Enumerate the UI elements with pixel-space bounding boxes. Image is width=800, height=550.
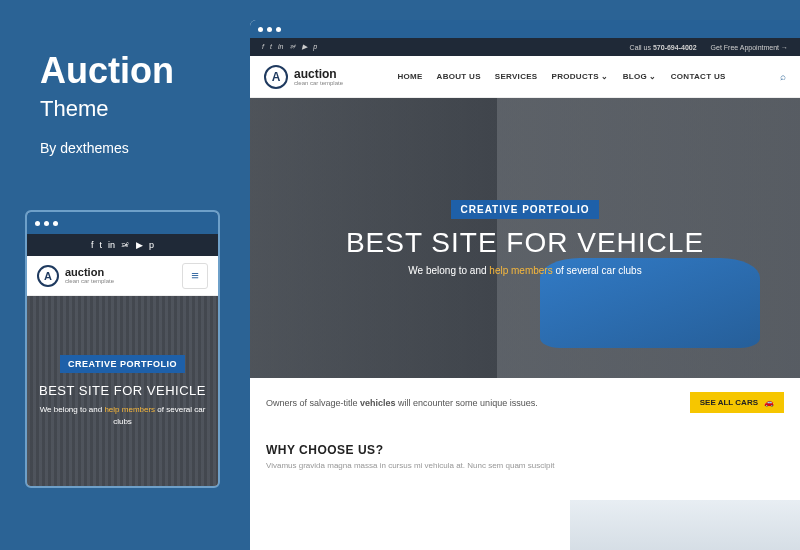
car-icon: 🚗 xyxy=(764,398,774,407)
logo-mark-icon: A xyxy=(264,65,288,89)
hero-badge: CREATIVE PORTFOLIO xyxy=(60,355,185,373)
hero-title: BEST SITE FOR VEHICLE xyxy=(346,227,704,259)
promo-text-block: Auction Theme By dexthemes xyxy=(40,50,174,156)
cta-strip: Owners of salvage-title vehicles will en… xyxy=(250,378,800,427)
brand-tagline: clean car template xyxy=(294,80,343,86)
rss-icon[interactable]: ೫ xyxy=(289,43,296,51)
why-heading: WHY CHOOSE US? xyxy=(266,443,784,457)
linkedin-icon[interactable]: in xyxy=(108,240,115,250)
facebook-icon[interactable]: f xyxy=(91,240,94,250)
search-button[interactable]: ⌕ xyxy=(780,71,786,82)
twitter-icon[interactable]: t xyxy=(270,43,272,51)
pinterest-icon[interactable]: p xyxy=(149,240,154,250)
desktop-preview: f t in ೫ ▶ p Call us 570-694-4002 Get Fr… xyxy=(250,20,800,550)
why-sub: Vivamus gravida magna massa in cursus mi… xyxy=(266,461,784,470)
facebook-icon[interactable]: f xyxy=(262,43,264,51)
mobile-window-chrome xyxy=(27,212,218,234)
burger-icon: ≡ xyxy=(191,268,199,283)
mobile-hero: CREATIVE PORTFOLIO BEST SITE FOR VEHICLE… xyxy=(27,296,218,486)
twitter-icon[interactable]: t xyxy=(99,240,102,250)
nav-services[interactable]: SERVICES xyxy=(495,72,538,81)
hero-title: BEST SITE FOR VEHICLE xyxy=(39,383,206,398)
pinterest-icon[interactable]: p xyxy=(313,43,317,51)
hero-highlight[interactable]: help members xyxy=(489,265,552,276)
promo-subtitle: Theme xyxy=(40,96,174,122)
desktop-logo[interactable]: A auction clean car template xyxy=(264,65,343,89)
brand-name: auction xyxy=(65,266,104,278)
desktop-hero: CREATIVE PORTFOLIO BEST SITE FOR VEHICLE… xyxy=(250,98,800,378)
logo-mark-icon: A xyxy=(37,265,59,287)
phone-number[interactable]: 570-694-4002 xyxy=(653,44,697,51)
mobile-preview: f t in ೫ ▶ p A auction clean car templat… xyxy=(25,210,220,488)
see-all-cars-button[interactable]: SEE ALL CARS 🚗 xyxy=(690,392,784,413)
linkedin-icon[interactable]: in xyxy=(278,43,283,51)
desktop-topbar: f t in ೫ ▶ p Call us 570-694-4002 Get Fr… xyxy=(250,38,800,56)
cta-label: SEE ALL CARS xyxy=(700,398,758,407)
main-menu: HOME ABOUT US SERVICES PRODUCTS BLOG CON… xyxy=(397,72,725,81)
mobile-nav: A auction clean car template ≡ xyxy=(27,256,218,296)
promo-byline: By dexthemes xyxy=(40,140,174,156)
appointment-link[interactable]: Get Free Appointment → xyxy=(711,44,788,51)
menu-toggle-button[interactable]: ≡ xyxy=(182,263,208,289)
nav-contact[interactable]: CONTACT US xyxy=(671,72,726,81)
mobile-social-bar: f t in ೫ ▶ p xyxy=(27,234,218,256)
hero-subtitle: We belong to and help members of several… xyxy=(408,265,641,276)
why-choose-section: WHY CHOOSE US? Vivamus gravida magna mas… xyxy=(250,427,800,486)
youtube-icon[interactable]: ▶ xyxy=(302,43,307,51)
nav-products[interactable]: PRODUCTS xyxy=(552,72,609,81)
nav-home[interactable]: HOME xyxy=(397,72,422,81)
promo-title: Auction xyxy=(40,50,174,92)
callus-text: Call us 570-694-4002 xyxy=(630,44,697,51)
brand-name: auction xyxy=(294,67,337,81)
rss-icon[interactable]: ೫ xyxy=(121,240,130,250)
section-image xyxy=(570,500,800,550)
youtube-icon[interactable]: ▶ xyxy=(136,240,143,250)
hero-highlight[interactable]: help members xyxy=(104,405,155,414)
strip-text: Owners of salvage-title vehicles will en… xyxy=(266,398,538,408)
brand-tagline: clean car template xyxy=(65,278,114,284)
search-icon: ⌕ xyxy=(780,71,786,82)
nav-about[interactable]: ABOUT US xyxy=(437,72,481,81)
social-icons: f t in ೫ ▶ p xyxy=(262,43,317,51)
desktop-nav: A auction clean car template HOME ABOUT … xyxy=(250,56,800,98)
nav-blog[interactable]: BLOG xyxy=(623,72,657,81)
mobile-logo[interactable]: A auction clean car template xyxy=(37,265,114,287)
desktop-window-chrome xyxy=(250,20,800,38)
hero-badge: CREATIVE PORTFOLIO xyxy=(451,200,600,219)
hero-subtitle: We belong to and help members of several… xyxy=(35,404,210,426)
